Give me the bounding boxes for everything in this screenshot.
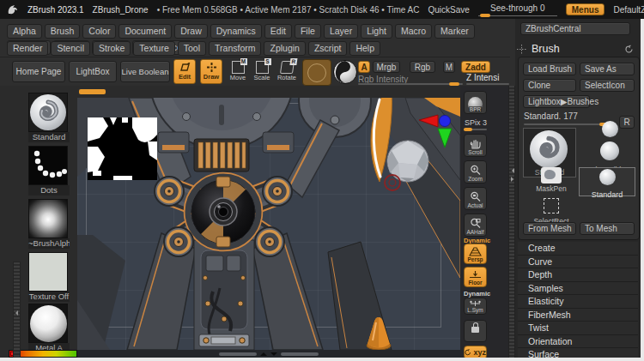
menu-item[interactable]: Dynamics (210, 24, 262, 39)
brush-panel-header[interactable]: Brush (515, 41, 641, 57)
right-tray-resize-handle[interactable] (508, 86, 515, 358)
clone-button[interactable]: Clone (523, 79, 576, 92)
rgb-intensity-slider[interactable] (358, 83, 463, 85)
aahalf-button[interactable]: AAHalf (464, 214, 487, 237)
lightbox-brushes-button[interactable]: Lightbox▶Brushes (523, 95, 590, 108)
rotate-button[interactable]: R Rotate (275, 59, 299, 84)
brush-thumb-claybuildup[interactable]: ClayBuildup (584, 140, 635, 169)
window-frame-right (641, 19, 644, 358)
swirl-icon (30, 94, 66, 130)
brush-size-label: Standard. 177 (524, 111, 578, 121)
bpr-button[interactable]: BPR (464, 91, 487, 114)
alpha-thumb-brushalpha[interactable]: ~BrushAlpha (28, 199, 70, 249)
to-mesh-button[interactable]: To Mesh (580, 222, 635, 235)
menu-item[interactable]: Macro (395, 24, 432, 39)
lightbox-button[interactable]: LightBox (69, 61, 117, 82)
menu-item[interactable]: Texture (133, 41, 174, 56)
panel-reset-icon[interactable] (624, 45, 634, 54)
default-zscript-button[interactable]: DefaultZScript (613, 5, 644, 15)
see-through-slider[interactable]: See-through 0 (478, 3, 557, 16)
menu-item[interactable]: Brush (45, 24, 80, 39)
save-as-button[interactable]: Save As (580, 63, 635, 75)
live-boolean-button[interactable]: Live Boolean (120, 61, 170, 82)
draw-button[interactable]: Draw (200, 59, 222, 84)
scroll-up-arrow-icon[interactable] (260, 349, 267, 356)
scroll-button[interactable]: Scroll (464, 134, 487, 157)
menu-item[interactable]: Layer (324, 24, 358, 39)
subpalette-item[interactable]: Curve (518, 256, 638, 269)
menu-item[interactable]: Tool (178, 41, 206, 56)
brush-thumb-maskpen[interactable]: MaskPen (527, 167, 575, 196)
document-canvas[interactable] (77, 98, 460, 350)
z-intensity-label: Z Intensi (466, 73, 499, 82)
edit-button[interactable]: Edit (173, 59, 196, 84)
menu-item[interactable]: Color (82, 24, 116, 39)
scrollbar-right-segment[interactable] (281, 352, 319, 356)
local-transform-lock-button[interactable] (464, 320, 487, 342)
scale-button[interactable]: S Scale (251, 59, 273, 84)
draw-icon (207, 63, 216, 72)
menu-item[interactable]: File (295, 24, 321, 39)
material-thumb-metala[interactable]: Metal A (28, 304, 70, 353)
menu-item[interactable]: Help (349, 41, 380, 56)
actual-button[interactable]: Actual (464, 187, 487, 210)
persp-button[interactable]: Persp (464, 244, 487, 264)
menu-item[interactable]: Light (361, 24, 392, 39)
subpalette-item[interactable]: Twist (518, 322, 638, 335)
subpalette-item[interactable]: Depth (518, 268, 638, 282)
subpalette-item[interactable]: Create (518, 242, 638, 256)
canvas-scrollbar[interactable] (77, 350, 460, 358)
panel-dock-icon[interactable] (517, 45, 526, 54)
see-through-handle[interactable] (480, 14, 490, 17)
menu-item[interactable]: Draw (174, 24, 208, 39)
from-mesh-button[interactable]: From Mesh (523, 222, 576, 235)
scrollbar-left-segment[interactable] (219, 352, 257, 356)
subpalette-item[interactable]: Elasticity (518, 295, 638, 309)
perspective-grid-icon (469, 247, 482, 256)
brush-thumb-standard[interactable]: Standard (28, 93, 70, 142)
menus-toggle-button[interactable]: Menus (566, 3, 605, 15)
alpha-channel-button[interactable]: A (358, 61, 370, 73)
spix-slider[interactable] (464, 129, 487, 130)
brush-thumb-standard-selected[interactable]: Standard (579, 167, 635, 196)
menu-item[interactable]: Render (7, 41, 48, 56)
select-icon-button[interactable]: SelectIcon (580, 79, 635, 92)
subpalette-item[interactable]: FiberMesh (518, 309, 638, 322)
quicksave-button[interactable]: QuickSave (428, 5, 469, 15)
menu-item[interactable]: Edit (264, 24, 292, 39)
rgb-button[interactable]: Rgb (410, 61, 435, 73)
menu-item[interactable]: Transform (209, 41, 261, 56)
menu-item[interactable]: Stroke (93, 41, 131, 56)
menu-item[interactable]: Document (118, 24, 172, 39)
menu-item[interactable]: Marker (434, 24, 475, 39)
stroke-thumb-dots[interactable]: Dots (28, 146, 70, 196)
current-material-button[interactable] (333, 60, 357, 84)
mrgb-button[interactable]: Mrgb (373, 61, 400, 73)
floor-button[interactable]: Floor (464, 267, 487, 287)
load-brush-button[interactable]: Load Brush (523, 63, 576, 75)
zbrushcentral-button[interactable]: ZBrushCentral (520, 22, 630, 35)
zbrush-window: ZBrush 2023.1 ZBrush_Drone • Free Mem 0.… (0, 0, 644, 361)
brush-size-value: 177 (563, 111, 578, 121)
local-symmetry-button[interactable]: L.Sym (464, 298, 487, 315)
zadd-button[interactable]: Zadd (461, 61, 490, 73)
z-intensity-slider[interactable] (466, 83, 509, 85)
texture-thumb-off[interactable]: Texture Off (28, 252, 70, 302)
drone-model[interactable] (77, 98, 460, 350)
spix-handle[interactable] (464, 128, 472, 131)
left-tray-resize-handle[interactable] (13, 262, 21, 361)
menu-item[interactable]: Zscript (308, 41, 348, 56)
subpalette-label: Samples (528, 283, 563, 293)
subpalette-item[interactable]: Samples (518, 282, 638, 296)
menu-item[interactable]: Stencil (51, 41, 90, 56)
tray-divider-handle[interactable] (79, 89, 106, 94)
zoom-button[interactable]: Zoom (464, 160, 487, 184)
menu-item[interactable]: Zplugin (264, 41, 305, 56)
dots-icon (29, 147, 68, 185)
m-button[interactable]: M (443, 61, 455, 73)
move-button[interactable]: M Move (227, 59, 249, 84)
home-page-button[interactable]: Home Page (12, 61, 65, 82)
menu-item[interactable]: Alpha (7, 24, 42, 39)
current-brush-button[interactable] (302, 59, 331, 86)
subpalette-item[interactable]: Orientation (518, 335, 638, 349)
